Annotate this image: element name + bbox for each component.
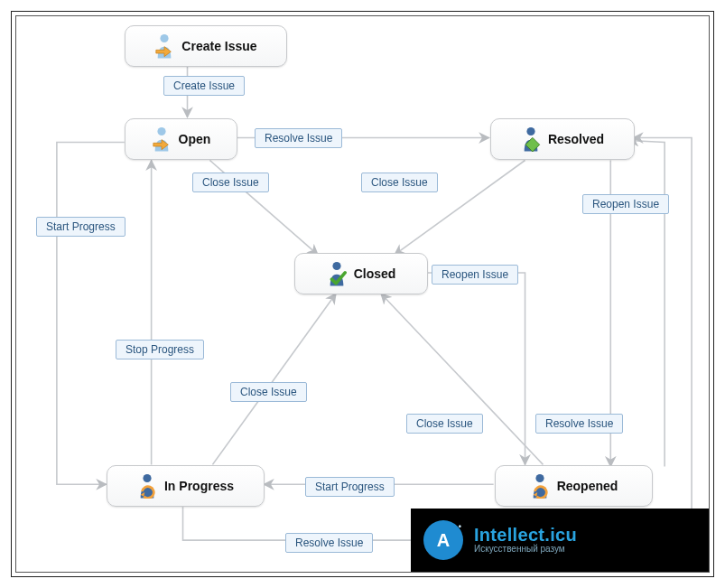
transition-resolve-issue[interactable]: Resolve Issue	[255, 128, 342, 148]
transition-resolve-issue-from-reopened[interactable]: Resolve Issue	[535, 414, 623, 434]
transition-stop-progress[interactable]: Stop Progress	[116, 340, 204, 359]
transition-start-progress-from-open[interactable]: Start Progress	[36, 217, 125, 237]
svg-point-0	[161, 34, 169, 42]
state-closed[interactable]: Closed	[294, 253, 428, 294]
transition-close-issue-from-resolved[interactable]: Close Issue	[361, 173, 438, 192]
transition-close-issue-from-open[interactable]: Close Issue	[192, 173, 269, 192]
transition-close-issue-from-reopened[interactable]: Close Issue	[406, 414, 483, 434]
state-label: Closed	[354, 266, 396, 281]
edge-open-to-inprogress	[57, 143, 125, 485]
transition-create-issue[interactable]: Create Issue	[163, 76, 245, 96]
user-cycle-icon	[137, 473, 157, 499]
svg-point-1	[157, 127, 165, 135]
transition-resolve-issue-from-inprogress[interactable]: Resolve Issue	[285, 533, 373, 553]
watermark-subtitle: Искусственный разум	[474, 545, 577, 555]
user-diamond-icon	[521, 126, 541, 152]
svg-point-5	[143, 474, 151, 482]
edge-reopened-to-resolved	[628, 141, 665, 467]
state-in-progress[interactable]: In Progress	[107, 465, 265, 507]
svg-point-6	[535, 474, 544, 482]
state-resolved[interactable]: Resolved	[490, 118, 635, 160]
state-label: Resolved	[548, 132, 604, 146]
user-arrow-icon	[154, 33, 174, 59]
svg-point-4	[332, 262, 340, 270]
diagram-frame-outer: Create Issue Open Resolved Closed In Pro	[11, 11, 714, 577]
diagram-frame-inner: Create Issue Open Resolved Closed In Pro	[15, 15, 710, 573]
transition-start-progress-from-reopened[interactable]: Start Progress	[305, 477, 395, 497]
transition-reopen-issue-from-closed[interactable]: Reopen Issue	[432, 265, 518, 285]
state-label: In Progress	[164, 479, 234, 493]
transition-close-issue-from-inprogress[interactable]: Close Issue	[230, 382, 307, 402]
user-check-icon	[327, 261, 347, 286]
state-label: Reopened	[557, 479, 618, 493]
state-label: Open	[179, 132, 211, 146]
transition-reopen-issue-from-resolved[interactable]: Reopen Issue	[582, 194, 669, 214]
state-label: Create Issue	[181, 39, 256, 53]
edge-inprogress-to-closed	[212, 294, 336, 464]
state-create-issue[interactable]: Create Issue	[125, 25, 287, 67]
watermark-title: Intellect.icu	[474, 526, 577, 545]
edge-reopened-to-closed	[381, 294, 544, 464]
svg-point-2	[526, 127, 534, 135]
watermark: A • Intellect.icu Искусственный разум	[411, 509, 709, 572]
watermark-logo-icon: A •	[423, 520, 463, 560]
state-open[interactable]: Open	[125, 118, 237, 160]
watermark-logo-letter: A	[437, 530, 450, 551]
state-reopened[interactable]: Reopened	[495, 465, 653, 507]
user-arrow-icon	[152, 126, 172, 152]
edge-closed-to-reopened	[426, 273, 525, 464]
user-cycle-icon	[530, 473, 550, 499]
